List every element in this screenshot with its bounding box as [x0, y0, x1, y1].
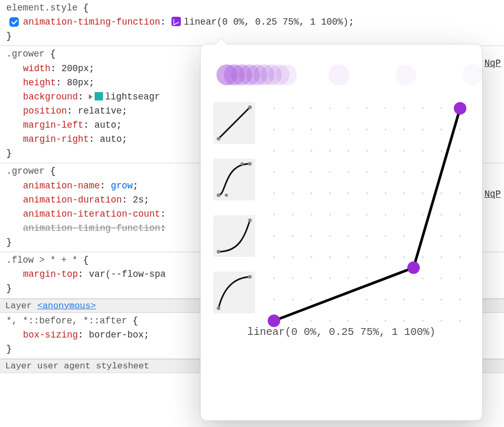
- svg-point-99: [273, 150, 274, 152]
- layer-link[interactable]: <anonymous>: [37, 301, 96, 311]
- easing-swatch-icon[interactable]: [171, 17, 181, 26]
- svg-point-16: [366, 320, 368, 321]
- svg-point-128: [404, 107, 405, 109]
- preset-ease-in-out[interactable]: [213, 159, 255, 200]
- curve-point-handle[interactable]: [454, 102, 466, 115]
- svg-point-101: [311, 150, 312, 152]
- svg-point-117: [404, 129, 405, 130]
- svg-point-130: [441, 107, 442, 109]
- selector: element.style: [6, 3, 78, 13]
- svg-point-96: [422, 171, 423, 173]
- svg-point-44: [273, 256, 274, 258]
- svg-point-22: [273, 299, 274, 300]
- svg-point-48: [348, 256, 349, 258]
- svg-point-4: [225, 194, 228, 197]
- svg-point-24: [311, 299, 312, 300]
- preset-ease-out[interactable]: [213, 272, 255, 313]
- svg-point-118: [422, 129, 423, 130]
- selector: .flow > * + *: [6, 255, 78, 265]
- svg-point-5: [240, 162, 244, 165]
- svg-point-116: [385, 129, 386, 130]
- svg-point-89: [292, 171, 293, 173]
- svg-point-80: [329, 193, 330, 194]
- svg-point-83: [385, 193, 386, 194]
- svg-point-42: [441, 277, 442, 279]
- svg-point-115: [366, 129, 368, 130]
- svg-point-21: [459, 320, 461, 321]
- svg-point-8: [248, 219, 252, 222]
- svg-point-125: [348, 107, 349, 109]
- svg-point-78: [292, 193, 293, 194]
- svg-point-75: [441, 214, 442, 215]
- color-swatch[interactable]: [95, 92, 103, 100]
- svg-point-45: [292, 256, 293, 258]
- svg-point-100: [292, 150, 293, 152]
- property-name: animation-timing-function: [23, 17, 161, 27]
- svg-point-105: [385, 150, 386, 152]
- svg-point-32: [459, 299, 461, 300]
- preview-ball: [462, 64, 483, 85]
- svg-point-9: [217, 307, 221, 310]
- svg-point-57: [311, 235, 312, 237]
- svg-point-67: [292, 214, 293, 215]
- svg-point-111: [292, 129, 293, 130]
- svg-point-79: [311, 193, 312, 194]
- svg-point-40: [404, 277, 405, 279]
- svg-point-74: [422, 214, 423, 215]
- svg-point-41: [422, 277, 423, 279]
- svg-point-81: [348, 193, 349, 194]
- expand-icon[interactable]: [89, 94, 93, 99]
- svg-point-61: [385, 235, 386, 237]
- property-value[interactable]: linear(0 0%, 0.25 75%, 1 100%): [184, 17, 349, 27]
- svg-point-122: [292, 107, 293, 109]
- svg-point-73: [404, 214, 405, 215]
- svg-point-12: [292, 320, 293, 321]
- svg-point-55: [273, 235, 274, 237]
- svg-point-123: [311, 107, 312, 109]
- svg-point-124: [329, 107, 330, 109]
- preset-linear[interactable]: [213, 102, 255, 144]
- svg-point-127: [385, 107, 386, 109]
- svg-point-94: [385, 171, 386, 173]
- curve-canvas[interactable]: [268, 102, 466, 327]
- svg-point-18: [404, 320, 405, 321]
- svg-point-114: [348, 129, 349, 130]
- svg-point-47: [329, 256, 330, 258]
- svg-point-49: [366, 256, 368, 258]
- svg-point-26: [348, 299, 349, 300]
- svg-point-102: [329, 150, 330, 152]
- curve-point-handle[interactable]: [268, 314, 280, 327]
- svg-point-126: [366, 107, 368, 109]
- svg-point-72: [385, 214, 386, 215]
- declaration-atf[interactable]: animation-timing-function: linear(0 0%, …: [6, 15, 502, 29]
- svg-point-113: [329, 129, 330, 130]
- rule-element-style: element.style { animation-timing-functio…: [0, 0, 504, 46]
- svg-point-95: [404, 171, 405, 173]
- toggle-checkbox[interactable]: [9, 17, 19, 27]
- svg-point-62: [404, 235, 405, 237]
- svg-point-84: [404, 193, 405, 194]
- svg-line-132: [274, 268, 414, 321]
- curve-editor[interactable]: [262, 100, 469, 313]
- svg-point-71: [366, 214, 368, 215]
- svg-point-106: [404, 150, 405, 152]
- svg-point-2: [248, 106, 252, 109]
- svg-point-69: [329, 214, 330, 215]
- svg-point-10: [248, 275, 252, 279]
- svg-point-65: [459, 235, 461, 237]
- curve-point-handle[interactable]: [407, 262, 420, 274]
- preview-ball: [276, 64, 297, 85]
- easing-editor-popover: linear(0 0%, 0.25 75%, 1 100%): [200, 44, 483, 421]
- svg-point-15: [348, 320, 349, 321]
- svg-point-108: [441, 150, 442, 152]
- svg-point-38: [366, 277, 368, 279]
- preview-ball: [395, 64, 416, 85]
- svg-point-23: [292, 299, 293, 300]
- svg-point-104: [366, 150, 368, 152]
- svg-point-17: [385, 320, 386, 321]
- svg-point-43: [459, 277, 461, 279]
- svg-point-129: [422, 107, 423, 109]
- svg-point-52: [422, 256, 423, 258]
- preset-ease-in[interactable]: [213, 215, 255, 257]
- svg-line-133: [414, 108, 460, 268]
